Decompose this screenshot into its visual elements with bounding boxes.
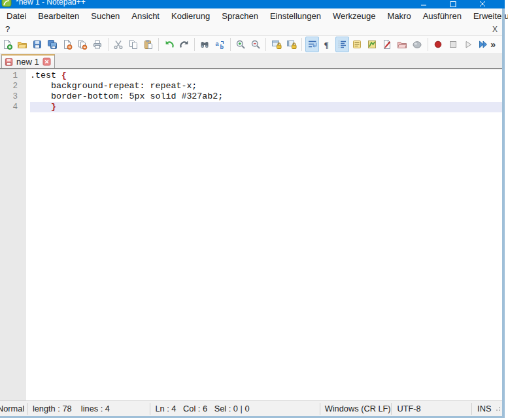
- status-encoding[interactable]: UTF-8: [391, 403, 471, 415]
- play-macro-icon: [463, 39, 473, 50]
- menu-item-sprachen[interactable]: Sprachen: [216, 9, 264, 24]
- menu-item-suchen[interactable]: Suchen: [85, 9, 126, 24]
- paste-button[interactable]: [141, 37, 155, 52]
- indent-guide-icon: [337, 39, 347, 50]
- window-right-border: [502, 8, 505, 416]
- tab-close-icon[interactable]: [42, 57, 51, 66]
- menu-bar-row2: ? X: [0, 24, 505, 36]
- new-file-button[interactable]: [1, 37, 14, 52]
- window-controls: [409, 0, 497, 8]
- copy-button[interactable]: [126, 37, 140, 52]
- code-text: .test {: [30, 71, 503, 81]
- minimize-icon[interactable]: [409, 0, 438, 8]
- document-map-icon: [367, 39, 377, 50]
- cut-button[interactable]: [111, 37, 125, 52]
- editor-area[interactable]: 1.test {2 background-repeat: repeat-x;3 …: [0, 69, 503, 400]
- new-file-icon: [2, 39, 12, 50]
- code-line-4[interactable]: 4 }: [0, 102, 503, 112]
- menu-close-x-button[interactable]: X: [490, 24, 500, 35]
- close-icon[interactable]: [467, 0, 497, 8]
- paste-icon: [143, 39, 154, 50]
- find-button[interactable]: [198, 37, 212, 52]
- menu-item-bearbeiten[interactable]: Bearbeiten: [32, 9, 85, 24]
- run-macro-multiple-button[interactable]: [476, 37, 490, 52]
- menu-item-makro[interactable]: Makro: [382, 9, 417, 24]
- redo-button[interactable]: [177, 37, 191, 52]
- close-file-button[interactable]: [61, 37, 75, 52]
- save-all-button[interactable]: [46, 37, 59, 52]
- folder-as-workspace-icon: [397, 39, 407, 50]
- stop-macro-button[interactable]: [446, 37, 460, 52]
- save-icon: [32, 39, 42, 50]
- menu-bar: DateiBearbeitenSuchenAnsichtKodierungSpr…: [0, 8, 505, 24]
- screenshot-root: *new 1 - Notepad++ DateiBearbeitenSuchen…: [0, 0, 508, 420]
- word-wrap-icon: [307, 39, 318, 50]
- status-cursor-position: Ln : 4 Col : 6 Sel : 0 | 0: [150, 403, 319, 415]
- save-all-icon: [47, 39, 58, 50]
- notepad-plus-plus-logo-icon: [1, 0, 12, 8]
- tab-bar: new 1: [0, 54, 505, 69]
- code-line-3[interactable]: 3 border-bottom: 5px solid #327ab2;: [0, 91, 503, 102]
- tab-new-1[interactable]: new 1: [1, 54, 55, 68]
- menu-item-kodierung[interactable]: Kodierung: [165, 9, 216, 24]
- status-eol-format[interactable]: Windows (CR LF): [320, 403, 392, 415]
- open-folder-icon: [17, 39, 27, 50]
- sync-horizontal-scroll-button[interactable]: [284, 37, 298, 52]
- fold-margin: [26, 69, 30, 400]
- notepad-plus-plus-window: *new 1 - Notepad++ DateiBearbeitenSuchen…: [0, 0, 505, 418]
- toolbar-separator: [158, 38, 159, 51]
- indent-guide-button[interactable]: [335, 37, 349, 52]
- toolbar-separator: [301, 38, 302, 51]
- redo-icon: [179, 39, 190, 50]
- document-list-button[interactable]: [350, 37, 364, 52]
- function-list-icon: [382, 39, 392, 50]
- menu-item-datei[interactable]: Datei: [1, 9, 32, 24]
- print-button[interactable]: [91, 37, 105, 52]
- record-macro-button[interactable]: [431, 37, 445, 52]
- line-number: 4: [0, 102, 26, 112]
- zoom-in-icon: [235, 39, 246, 50]
- print-icon: [92, 39, 103, 50]
- function-list-button[interactable]: [381, 37, 394, 52]
- close-all-files-button[interactable]: [76, 37, 90, 52]
- document-list-icon: [352, 39, 362, 50]
- find-icon: [199, 39, 210, 50]
- toolbar: ab¶»: [0, 36, 505, 54]
- monitoring-button[interactable]: [411, 37, 424, 52]
- zoom-in-button[interactable]: [234, 37, 248, 52]
- undo-button[interactable]: [162, 37, 176, 52]
- toolbar-separator: [230, 38, 231, 51]
- code-line-2[interactable]: 2 background-repeat: repeat-x;: [0, 81, 503, 91]
- word-wrap-button[interactable]: [305, 37, 319, 52]
- code-line-1[interactable]: 1.test {: [0, 71, 503, 81]
- toolbar-overflow-chevron-icon[interactable]: »: [490, 39, 496, 50]
- play-macro-button[interactable]: [461, 37, 475, 52]
- status-typing-mode[interactable]: INS: [471, 403, 493, 415]
- close-file-icon: [62, 39, 73, 50]
- menu-item-einstellungen[interactable]: Einstellungen: [264, 9, 327, 24]
- unsaved-file-icon: [5, 57, 14, 67]
- replace-button[interactable]: ab: [213, 37, 227, 52]
- toolbar-separator: [194, 38, 195, 51]
- show-all-characters-button[interactable]: ¶: [320, 37, 334, 52]
- zoom-out-button[interactable]: [249, 37, 263, 52]
- replace-icon: ab: [214, 39, 225, 50]
- menu-item-werkzeuge[interactable]: Werkzeuge: [327, 9, 382, 24]
- stop-macro-icon: [448, 39, 458, 50]
- folder-as-workspace-button[interactable]: [396, 37, 409, 52]
- title-bar[interactable]: *new 1 - Notepad++: [0, 0, 505, 8]
- save-button[interactable]: [31, 37, 44, 52]
- sync-vertical-scroll-icon: [271, 39, 282, 50]
- maximize-icon[interactable]: [438, 0, 467, 8]
- menu-item-help[interactable]: ?: [1, 24, 14, 35]
- record-macro-icon: [433, 39, 443, 50]
- status-length-lines: length : 78 lines : 4: [27, 403, 150, 415]
- sync-vertical-scroll-button[interactable]: [269, 37, 283, 52]
- svg-text:b: b: [220, 44, 224, 50]
- document-map-button[interactable]: [365, 37, 379, 52]
- code-text: background-repeat: repeat-x;: [30, 81, 503, 91]
- menu-item-ansicht[interactable]: Ansicht: [126, 9, 165, 24]
- resize-grip[interactable]: [493, 404, 501, 413]
- menu-item-ausfhren[interactable]: Ausführen: [417, 9, 467, 24]
- open-folder-button[interactable]: [16, 37, 29, 52]
